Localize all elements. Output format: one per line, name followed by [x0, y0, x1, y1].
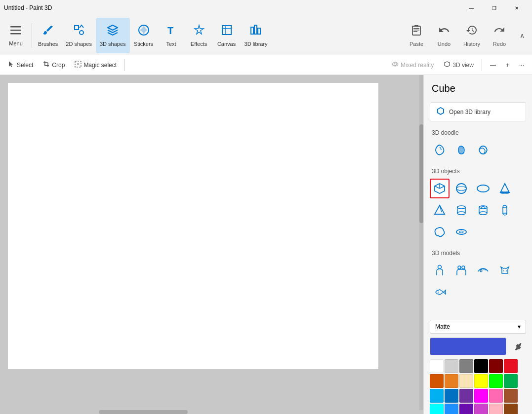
color-swatch-23[interactable] [504, 404, 518, 414]
select-tool[interactable]: Select [4, 59, 37, 71]
color-swatch-15[interactable] [474, 389, 488, 403]
material-dropdown[interactable]: Matte ▾ [430, 320, 526, 334]
canvas-area[interactable] [0, 75, 423, 414]
pyramid-shape[interactable] [430, 200, 450, 220]
mixed-reality-button[interactable]: Mixed reality [388, 59, 438, 71]
model-person2[interactable] [451, 261, 471, 280]
color-swatch-19[interactable] [445, 404, 458, 414]
stickers-tool[interactable]: Stickers [130, 18, 158, 53]
material-label: Matte [435, 323, 450, 330]
color-swatch-16[interactable] [489, 389, 503, 403]
color-swatch-18[interactable] [430, 404, 444, 414]
close-button[interactable]: ✕ [505, 0, 528, 16]
select-label: Select [17, 62, 33, 69]
brushes-tool[interactable]: Brushes [34, 18, 62, 53]
3dshapes-label: 3D shapes [100, 41, 126, 47]
color-swatch-11[interactable] [504, 374, 518, 388]
capsule-shape[interactable] [495, 200, 515, 220]
doodle-shape-3[interactable] [473, 140, 493, 160]
model-bird[interactable] [473, 261, 493, 280]
text-tool[interactable]: T Text [158, 18, 185, 53]
svg-point-43 [480, 270, 482, 272]
tube-shape[interactable] [473, 200, 493, 220]
3dlibrary-icon [250, 24, 262, 39]
menu-button[interactable]: Menu [2, 18, 30, 53]
3dlibrary-tool[interactable]: 3D library [241, 18, 272, 53]
model-cat[interactable] [495, 261, 515, 280]
color-swatch-5[interactable] [504, 359, 518, 373]
history-label: History [463, 41, 480, 47]
separator [32, 23, 32, 48]
vertical-scrollbar-thumb[interactable] [419, 124, 423, 223]
3d-doodle-label: 3D doodle [424, 125, 532, 138]
blob-shape[interactable] [430, 222, 450, 242]
color-swatch-6[interactable] [430, 374, 444, 388]
color-swatch-2[interactable] [459, 359, 473, 373]
app-title: Untitled - Paint 3D [4, 4, 52, 11]
open-3d-library-label: Open 3D library [449, 109, 491, 115]
redo-tool[interactable]: Redo [487, 18, 512, 53]
minimize-button[interactable]: — [460, 0, 483, 16]
color-swatch-7[interactable] [445, 374, 458, 388]
history-icon [466, 24, 478, 39]
horizontal-scrollbar-thumb[interactable] [99, 410, 188, 414]
3d-view-label: 3D view [452, 62, 474, 69]
crop-tool[interactable]: Crop [39, 59, 69, 71]
model-fish[interactable] [430, 282, 450, 302]
cube-shape[interactable] [430, 179, 450, 198]
doodle-shape-1[interactable] [430, 140, 450, 160]
effects-tool[interactable]: Effects [185, 18, 213, 53]
zoom-out-icon: — [490, 62, 496, 69]
sphere-shape[interactable] [451, 179, 471, 198]
menu-label: Menu [9, 40, 23, 46]
vertical-scrollbar[interactable] [419, 75, 423, 414]
color-swatch-9[interactable] [474, 374, 488, 388]
more-options-button[interactable]: ··· [515, 60, 528, 71]
svg-point-40 [438, 265, 442, 269]
doodle-shape-2[interactable] [451, 140, 471, 160]
color-swatch-14[interactable] [459, 389, 473, 403]
zoom-in-button[interactable]: + [502, 60, 513, 71]
collapse-button[interactable]: ∧ [514, 18, 530, 53]
svg-rect-37 [503, 207, 507, 213]
color-swatch-21[interactable] [474, 404, 488, 414]
color-swatch-13[interactable] [445, 389, 458, 403]
oval-shape[interactable] [473, 179, 493, 198]
2dshapes-tool[interactable]: 2D shapes [62, 18, 96, 53]
svg-point-24 [456, 184, 466, 193]
cylinder-shape[interactable] [451, 200, 471, 220]
color-swatch-0[interactable] [430, 359, 444, 373]
model-person1[interactable] [430, 261, 450, 280]
cone-shape[interactable] [495, 179, 515, 198]
maximize-button[interactable]: ❐ [483, 0, 505, 16]
mixed-reality-label: Mixed reality [401, 62, 434, 69]
color-swatch-4[interactable] [489, 359, 503, 373]
color-swatch-10[interactable] [489, 374, 503, 388]
panel-title: Cube [424, 75, 532, 98]
3dshapes-tool[interactable]: 3D shapes [96, 18, 130, 53]
3d-view-button[interactable]: 3D view [440, 59, 478, 71]
color-swatch-12[interactable] [430, 389, 444, 403]
eyedropper-button[interactable] [510, 339, 526, 354]
torus-shape[interactable] [451, 222, 471, 242]
color-swatch-22[interactable] [489, 404, 503, 414]
drawing-canvas[interactable] [8, 83, 378, 369]
horizontal-scrollbar[interactable] [0, 410, 423, 414]
magic-select-tool[interactable]: Magic select [71, 59, 121, 71]
paste-tool[interactable]: Paste [404, 18, 429, 53]
active-color-swatch[interactable] [430, 338, 506, 355]
color-section: Matte ▾ ＋ Add color [424, 316, 532, 414]
undo-tool[interactable]: Undo [431, 18, 457, 53]
color-swatch-3[interactable] [474, 359, 488, 373]
color-swatch-1[interactable] [445, 359, 458, 373]
zoom-out-button[interactable]: — [486, 60, 500, 71]
color-swatch-20[interactable] [459, 404, 473, 414]
select-icon [8, 61, 15, 69]
svg-rect-14 [412, 26, 420, 35]
color-swatch-8[interactable] [459, 374, 473, 388]
3d-models-label: 3D models [424, 246, 532, 259]
open-3d-library-button[interactable]: Open 3D library [430, 102, 526, 121]
history-tool[interactable]: History [459, 18, 485, 53]
canvas-tool[interactable]: Canvas [213, 18, 241, 53]
color-swatch-17[interactable] [504, 389, 518, 403]
